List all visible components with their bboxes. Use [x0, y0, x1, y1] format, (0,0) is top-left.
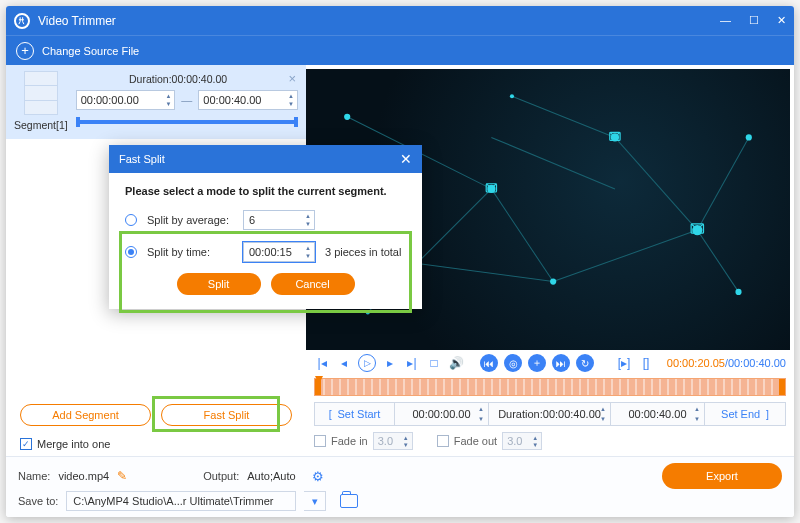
spin-up-icon[interactable]: ▲	[163, 92, 173, 100]
fade-out-checkbox[interactable]	[437, 435, 449, 447]
dialog-cancel-label: Cancel	[295, 278, 329, 290]
loop-button[interactable]: ↻	[576, 354, 594, 372]
dialog-split-label: Split	[208, 278, 229, 290]
svg-line-9	[697, 230, 738, 292]
volume-icon[interactable]: 🔊	[448, 355, 464, 371]
merge-checkbox[interactable]: ✓	[20, 438, 32, 450]
svg-point-16	[746, 134, 752, 140]
spin-down-icon[interactable]: ▼	[286, 100, 296, 108]
close-button[interactable]: ✕	[777, 14, 786, 27]
minimize-button[interactable]: ―	[720, 14, 731, 27]
step-back-icon[interactable]: ◂	[336, 355, 352, 371]
dialog-split-button[interactable]: Split	[177, 273, 261, 295]
add-marker-button[interactable]: ＋	[528, 354, 546, 372]
spin-down-icon[interactable]: ▼	[476, 414, 486, 424]
split-by-time-radio[interactable]	[125, 246, 137, 258]
svg-point-17	[366, 310, 370, 314]
spin-up-icon[interactable]: ▲	[303, 212, 313, 220]
window-buttons: ― ☐ ✕	[720, 14, 786, 27]
split-by-average-input[interactable]: 6▲▼	[243, 210, 315, 230]
footer: Name: video.mp4 ✎ Output: Auto;Auto ⚙ Ex…	[6, 456, 794, 517]
spin-up-icon[interactable]: ▲	[476, 404, 486, 414]
fade-in-label: Fade in	[331, 435, 368, 447]
marker-start-input[interactable]: 00:00:00.00▲▼	[395, 403, 489, 425]
spin-up-icon[interactable]: ▲	[286, 92, 296, 100]
segment-range-slider[interactable]	[76, 120, 298, 124]
save-path-dropdown[interactable]: ▾	[304, 491, 326, 511]
timeline[interactable]	[314, 378, 786, 396]
playhead-icon[interactable]	[315, 376, 323, 384]
segment-thumbnail[interactable]	[24, 71, 58, 115]
marker-end-input[interactable]: 00:00:40.00▲▼	[611, 403, 705, 425]
add-segment-button[interactable]: Add Segment	[20, 404, 151, 426]
stop-icon[interactable]: □	[426, 355, 442, 371]
spin-down-icon[interactable]: ▼	[303, 220, 313, 228]
toolbar: + Change Source File	[6, 35, 794, 65]
split-by-average-radio[interactable]	[125, 214, 137, 226]
fade-out-label: Fade out	[454, 435, 497, 447]
fast-split-button[interactable]: Fast Split	[161, 404, 292, 426]
set-start-button[interactable]: [ Set Start	[315, 403, 395, 425]
step-fwd-icon[interactable]: ▸	[382, 355, 398, 371]
spin-down-icon[interactable]: ▼	[401, 441, 411, 448]
spin-down-icon[interactable]: ▼	[530, 441, 540, 448]
svg-line-6	[553, 230, 697, 281]
dialog-close-button[interactable]: ✕	[400, 151, 412, 167]
spin-up-icon[interactable]: ▲	[530, 434, 540, 441]
spin-up-icon[interactable]: ▲	[598, 404, 608, 414]
spin-down-icon[interactable]: ▼	[598, 414, 608, 424]
range-dash: —	[181, 94, 192, 106]
split-by-time-value: 00:00:15	[249, 246, 292, 258]
plus-icon: +	[16, 42, 34, 60]
fade-in-checkbox[interactable]	[314, 435, 326, 447]
fade-row: Fade in 3.0▲▼ Fade out 3.0▲▼	[314, 432, 786, 450]
segment-close-button[interactable]: ×	[286, 71, 298, 86]
svg-point-14	[550, 278, 556, 284]
spin-down-icon[interactable]: ▼	[692, 414, 702, 424]
spin-down-icon[interactable]: ▼	[303, 252, 313, 260]
fade-out-value: 3.0	[507, 435, 522, 447]
left-buttons-row: Add Segment Fast Split	[6, 396, 306, 434]
fade-out-input[interactable]: 3.0▲▼	[502, 432, 542, 450]
set-end-label: Set End	[721, 408, 760, 420]
bracket-in-icon[interactable]: [▸]	[616, 355, 632, 371]
current-time: 00:00:20.05	[667, 357, 725, 369]
bracket-out-icon[interactable]: []	[638, 355, 654, 371]
svg-point-18	[510, 94, 514, 98]
skip-start-icon[interactable]: |◂	[314, 355, 330, 371]
marker-a-button[interactable]: ⏮	[480, 354, 498, 372]
spin-down-icon[interactable]: ▼	[163, 100, 173, 108]
set-end-button[interactable]: Set End ]	[705, 403, 785, 425]
segment-end-input[interactable]: 00:00:40.00 ▲▼	[198, 90, 298, 110]
marker-b-button[interactable]: ⏭	[552, 354, 570, 372]
playback-time: 00:00:20.05/00:00:40.00	[667, 357, 786, 369]
save-path-input[interactable]: C:\AnyMP4 Studio\A...r Ultimate\Trimmer	[66, 491, 296, 511]
change-source-button[interactable]: Change Source File	[42, 45, 139, 57]
markers-row: [ Set Start 00:00:00.00▲▼ Duration:00:00…	[314, 402, 786, 426]
split-by-time-input[interactable]: 00:00:15▲▼	[243, 242, 315, 262]
fade-in-input[interactable]: 3.0▲▼	[373, 432, 413, 450]
dialog-cancel-button[interactable]: Cancel	[271, 273, 355, 295]
app-icon	[14, 13, 30, 29]
snapshot-button[interactable]: ◎	[504, 354, 522, 372]
spin-up-icon[interactable]: ▲	[401, 434, 411, 441]
split-by-time-label: Split by time:	[147, 246, 233, 258]
maximize-button[interactable]: ☐	[749, 14, 759, 27]
marker-duration-input[interactable]: Duration:00:00:40.00▲▼	[489, 403, 611, 425]
spin-up-icon[interactable]: ▲	[303, 244, 313, 252]
split-by-average-value: 6	[249, 214, 255, 226]
set-start-label: Set Start	[337, 408, 380, 420]
marker-end-value: 00:00:40.00	[628, 408, 686, 420]
browse-folder-button[interactable]	[340, 494, 358, 508]
svg-line-1	[491, 137, 615, 188]
segment-start-input[interactable]: 00:00:00.00 ▲▼	[76, 90, 176, 110]
spin-up-icon[interactable]: ▲	[692, 404, 702, 414]
play-button[interactable]: ▷	[358, 354, 376, 372]
add-segment-label: Add Segment	[52, 409, 119, 421]
segment-label: Segment[1]	[14, 119, 68, 131]
app-title: Video Trimmer	[38, 14, 720, 28]
skip-end-icon[interactable]: ▸|	[404, 355, 420, 371]
split-by-average-label: Split by average:	[147, 214, 233, 226]
split-by-time-row: Split by time: 00:00:15▲▼ 3 pieces in to…	[125, 241, 406, 263]
merge-label: Merge into one	[37, 438, 110, 450]
